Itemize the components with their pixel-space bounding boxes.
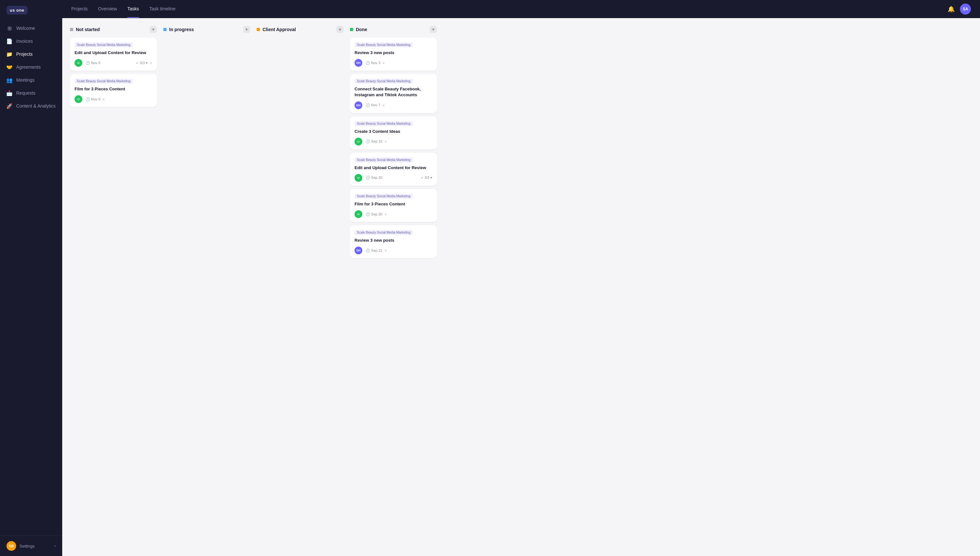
card-date: 🕐 Nov 6 [86, 61, 100, 65]
nav-icon-6: 🚀 [6, 103, 12, 109]
nav-icon-2: 📁 [6, 51, 12, 57]
sidebar-item-projects[interactable]: 📁 Projects [0, 48, 62, 61]
card-add-button[interactable]: + [384, 212, 387, 217]
nav-label-5: Requests [16, 91, 35, 95]
column-in-progress: In progress + [163, 26, 250, 556]
sidebar-item-agreements[interactable]: 🤝 Agreements [0, 61, 62, 74]
col-add-button-done[interactable]: + [430, 26, 437, 33]
nav-icon-5: 📩 [6, 90, 12, 96]
card-title: Review 3 new posts [354, 238, 432, 243]
column-header-done: Done + [350, 26, 437, 37]
column-header-in-progress: In progress + [163, 26, 250, 37]
nav-label-6: Content & Analytics [16, 103, 55, 108]
settings-footer[interactable]: SB Settings › [0, 536, 62, 556]
card-avatar: DH [354, 247, 362, 254]
nav-label-2: Projects [16, 52, 33, 57]
card-avatar: U [354, 174, 362, 182]
card-title: Review 3 new posts [354, 50, 432, 56]
column-header-client-approval: Client Approval + [257, 26, 343, 37]
card-avatar: DH [354, 102, 362, 109]
card-footer: DH 🕐 Sep 21 + [354, 247, 432, 254]
task-card[interactable]: Scale Beauty Social Media Marketing Conn… [350, 74, 437, 113]
card-add-button[interactable]: + [384, 139, 387, 144]
nav-label-4: Meetings [16, 78, 35, 82]
card-title: Edit and Upload Content for Review [354, 165, 432, 171]
col-add-button-in-progress[interactable]: + [243, 26, 250, 33]
topnav-tasks[interactable]: Tasks [127, 0, 139, 18]
card-footer: U 🕐 Nov 6 ✓ 0/3 ▾ + [74, 59, 152, 67]
card-footer: U 🕐 Sep 20 + [354, 210, 432, 218]
col-title-in-progress: In progress [169, 27, 241, 32]
topnav-overview[interactable]: Overview [98, 0, 117, 18]
card-title: Create 3 Content Ideas [354, 129, 432, 134]
col-title-done: Done [356, 27, 427, 32]
topnav-projects[interactable]: Projects [71, 0, 88, 18]
main-area: ProjectsOverviewTasksTask timeline 🔔 SA … [62, 0, 980, 556]
logo: us one [0, 0, 62, 19]
card-date: 🕐 Sep 15 [365, 139, 382, 144]
card-project-tag: Scale Beauty Social Media Marketing [354, 79, 413, 84]
settings-arrow-icon: › [55, 544, 56, 548]
card-add-button[interactable]: + [150, 60, 152, 65]
col-status-dot [257, 28, 260, 31]
column-header-not-started: Not started + [70, 26, 157, 37]
card-date: 🕐 Sep 21 [365, 249, 382, 253]
card-avatar: U [74, 59, 82, 67]
cards-container-not-started: Scale Beauty Social Media Marketing Edit… [70, 37, 157, 556]
card-avatar: U [354, 210, 362, 218]
settings-avatar: SB [6, 541, 16, 551]
card-date: 🕐 Nov 6 [86, 97, 100, 102]
column-done: Done + Scale Beauty Social Media Marketi… [350, 26, 437, 556]
card-title: Film for 3 Pieces Content [74, 86, 152, 92]
nav-label-0: Welcome [16, 26, 35, 31]
col-status-dot [350, 28, 353, 31]
card-add-button[interactable]: + [384, 248, 387, 253]
col-add-button-client-approval[interactable]: + [336, 26, 343, 33]
col-status-dot [70, 28, 73, 31]
topnav-right: 🔔 SA [948, 3, 971, 15]
nav-label-1: Invoices [16, 39, 33, 44]
card-date: 🕐 Nov 3 [365, 61, 380, 65]
cards-container-done: Scale Beauty Social Media Marketing Revi… [350, 37, 437, 556]
card-project-tag: Scale Beauty Social Media Marketing [354, 42, 413, 47]
logo-text: us one [6, 6, 27, 15]
sidebar-item-meetings[interactable]: 👥 Meetings [0, 74, 62, 87]
sidebar-nav: ⊞ Welcome 📄 Invoices 📁 Projects 🤝 Agreem… [0, 19, 62, 536]
card-title: Edit and Upload Content for Review [74, 50, 152, 56]
card-project-tag: Scale Beauty Social Media Marketing [74, 79, 133, 84]
task-card[interactable]: Scale Beauty Social Media Marketing Film… [350, 189, 437, 222]
card-subtask-count: ✓ 3/3 ▾ [420, 176, 432, 180]
sidebar-item-invoices[interactable]: 📄 Invoices [0, 35, 62, 48]
settings-label: Settings [19, 544, 51, 548]
card-date: 🕐 Sep 20 [365, 176, 382, 180]
card-add-button[interactable]: + [382, 103, 385, 108]
sidebar-item-content-analytics[interactable]: 🚀 Content & Analytics [0, 99, 62, 112]
sidebar-item-welcome[interactable]: ⊞ Welcome [0, 22, 62, 35]
cards-container-client-approval [257, 37, 343, 556]
topnav-task-timeline[interactable]: Task timeline [149, 0, 176, 18]
column-not-started: Not started + Scale Beauty Social Media … [70, 26, 157, 556]
card-footer: U 🕐 Sep 15 + [354, 138, 432, 145]
nav-icon-4: 👥 [6, 77, 12, 83]
card-add-button[interactable]: + [382, 60, 385, 65]
card-add-button[interactable]: + [102, 97, 105, 102]
task-card[interactable]: Scale Beauty Social Media Marketing Crea… [350, 116, 437, 149]
task-card[interactable]: Scale Beauty Social Media Marketing Revi… [350, 37, 437, 71]
sidebar-item-requests[interactable]: 📩 Requests [0, 87, 62, 99]
card-project-tag: Scale Beauty Social Media Marketing [354, 230, 413, 235]
card-avatar: DH [354, 59, 362, 67]
col-title-client-approval: Client Approval [262, 27, 334, 32]
card-footer: U 🕐 Sep 20 ✓ 3/3 ▾ [354, 174, 432, 182]
task-card[interactable]: Scale Beauty Social Media Marketing Film… [70, 74, 157, 107]
col-status-dot [163, 28, 167, 31]
col-title-not-started: Not started [76, 27, 147, 32]
card-title: Connect Scale Beauty Facebook, Instagram… [354, 86, 432, 98]
task-card[interactable]: Scale Beauty Social Media Marketing Revi… [350, 225, 437, 258]
card-project-tag: Scale Beauty Social Media Marketing [354, 157, 413, 162]
col-add-button-not-started[interactable]: + [150, 26, 157, 33]
task-card[interactable]: Scale Beauty Social Media Marketing Edit… [70, 37, 157, 71]
card-avatar: U [74, 95, 82, 103]
card-footer: DH 🕐 Nov 7 + [354, 102, 432, 109]
task-card[interactable]: Scale Beauty Social Media Marketing Edit… [350, 153, 437, 186]
notifications-icon[interactable]: 🔔 [948, 5, 955, 13]
